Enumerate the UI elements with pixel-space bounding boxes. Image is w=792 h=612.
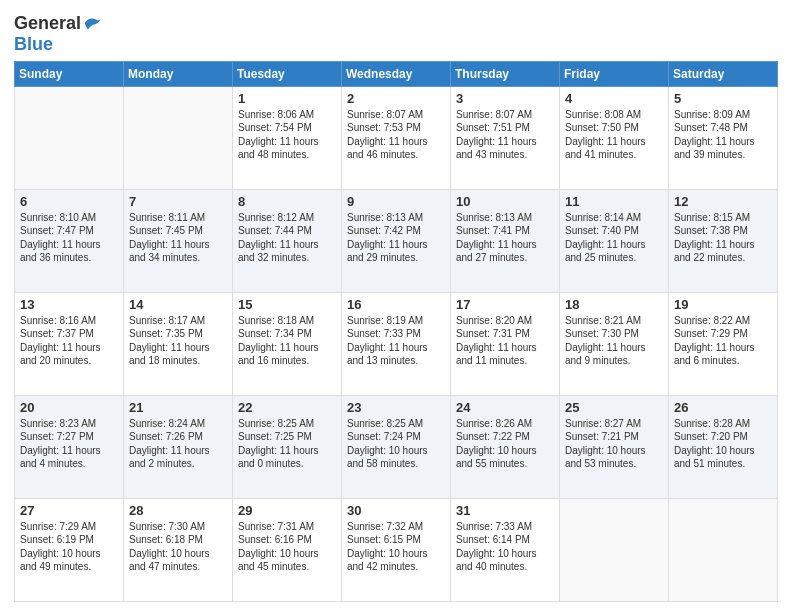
calendar-header-cell: Monday [124,61,233,86]
day-number: 27 [20,503,118,518]
day-number: 18 [565,297,663,312]
logo: General Blue [14,14,103,55]
calendar-cell: 10Sunrise: 8:13 AM Sunset: 7:41 PM Dayli… [451,189,560,292]
calendar-cell: 4Sunrise: 8:08 AM Sunset: 7:50 PM Daylig… [560,86,669,189]
cell-content: Sunrise: 8:13 AM Sunset: 7:42 PM Dayligh… [347,211,445,265]
calendar-cell: 28Sunrise: 7:30 AM Sunset: 6:18 PM Dayli… [124,498,233,601]
calendar-cell: 26Sunrise: 8:28 AM Sunset: 7:20 PM Dayli… [669,395,778,498]
calendar-cell [560,498,669,601]
cell-content: Sunrise: 7:33 AM Sunset: 6:14 PM Dayligh… [456,520,554,574]
calendar-week-row: 27Sunrise: 7:29 AM Sunset: 6:19 PM Dayli… [15,498,778,601]
calendar-cell: 15Sunrise: 8:18 AM Sunset: 7:34 PM Dayli… [233,292,342,395]
calendar-week-row: 1Sunrise: 8:06 AM Sunset: 7:54 PM Daylig… [15,86,778,189]
calendar-header-cell: Friday [560,61,669,86]
calendar-cell: 11Sunrise: 8:14 AM Sunset: 7:40 PM Dayli… [560,189,669,292]
cell-content: Sunrise: 8:22 AM Sunset: 7:29 PM Dayligh… [674,314,772,368]
calendar-week-row: 6Sunrise: 8:10 AM Sunset: 7:47 PM Daylig… [15,189,778,292]
cell-content: Sunrise: 7:32 AM Sunset: 6:15 PM Dayligh… [347,520,445,574]
day-number: 10 [456,194,554,209]
cell-content: Sunrise: 8:28 AM Sunset: 7:20 PM Dayligh… [674,417,772,471]
calendar-week-row: 13Sunrise: 8:16 AM Sunset: 7:37 PM Dayli… [15,292,778,395]
cell-content: Sunrise: 7:31 AM Sunset: 6:16 PM Dayligh… [238,520,336,574]
day-number: 2 [347,91,445,106]
calendar-cell: 27Sunrise: 7:29 AM Sunset: 6:19 PM Dayli… [15,498,124,601]
calendar-cell: 30Sunrise: 7:32 AM Sunset: 6:15 PM Dayli… [342,498,451,601]
calendar-cell: 20Sunrise: 8:23 AM Sunset: 7:27 PM Dayli… [15,395,124,498]
cell-content: Sunrise: 8:16 AM Sunset: 7:37 PM Dayligh… [20,314,118,368]
day-number: 24 [456,400,554,415]
calendar-cell: 5Sunrise: 8:09 AM Sunset: 7:48 PM Daylig… [669,86,778,189]
cell-content: Sunrise: 8:14 AM Sunset: 7:40 PM Dayligh… [565,211,663,265]
day-number: 31 [456,503,554,518]
day-number: 29 [238,503,336,518]
logo-text-general: General [14,14,81,34]
logo-text-blue: Blue [14,35,53,55]
cell-content: Sunrise: 8:13 AM Sunset: 7:41 PM Dayligh… [456,211,554,265]
day-number: 4 [565,91,663,106]
cell-content: Sunrise: 8:10 AM Sunset: 7:47 PM Dayligh… [20,211,118,265]
calendar-cell: 8Sunrise: 8:12 AM Sunset: 7:44 PM Daylig… [233,189,342,292]
cell-content: Sunrise: 8:09 AM Sunset: 7:48 PM Dayligh… [674,108,772,162]
cell-content: Sunrise: 8:12 AM Sunset: 7:44 PM Dayligh… [238,211,336,265]
calendar-cell: 31Sunrise: 7:33 AM Sunset: 6:14 PM Dayli… [451,498,560,601]
cell-content: Sunrise: 8:18 AM Sunset: 7:34 PM Dayligh… [238,314,336,368]
day-number: 5 [674,91,772,106]
cell-content: Sunrise: 8:07 AM Sunset: 7:51 PM Dayligh… [456,108,554,162]
calendar-cell: 17Sunrise: 8:20 AM Sunset: 7:31 PM Dayli… [451,292,560,395]
day-number: 22 [238,400,336,415]
cell-content: Sunrise: 8:24 AM Sunset: 7:26 PM Dayligh… [129,417,227,471]
day-number: 20 [20,400,118,415]
cell-content: Sunrise: 8:25 AM Sunset: 7:24 PM Dayligh… [347,417,445,471]
day-number: 8 [238,194,336,209]
cell-content: Sunrise: 8:17 AM Sunset: 7:35 PM Dayligh… [129,314,227,368]
calendar-cell: 7Sunrise: 8:11 AM Sunset: 7:45 PM Daylig… [124,189,233,292]
day-number: 14 [129,297,227,312]
calendar-header-cell: Saturday [669,61,778,86]
cell-content: Sunrise: 8:11 AM Sunset: 7:45 PM Dayligh… [129,211,227,265]
day-number: 26 [674,400,772,415]
cell-content: Sunrise: 8:25 AM Sunset: 7:25 PM Dayligh… [238,417,336,471]
day-number: 23 [347,400,445,415]
day-number: 19 [674,297,772,312]
calendar-cell: 29Sunrise: 7:31 AM Sunset: 6:16 PM Dayli… [233,498,342,601]
calendar-header-cell: Sunday [15,61,124,86]
day-number: 15 [238,297,336,312]
calendar-header-cell: Tuesday [233,61,342,86]
calendar-header-cell: Thursday [451,61,560,86]
cell-content: Sunrise: 8:20 AM Sunset: 7:31 PM Dayligh… [456,314,554,368]
day-number: 28 [129,503,227,518]
calendar-cell: 21Sunrise: 8:24 AM Sunset: 7:26 PM Dayli… [124,395,233,498]
day-number: 11 [565,194,663,209]
calendar-cell: 14Sunrise: 8:17 AM Sunset: 7:35 PM Dayli… [124,292,233,395]
cell-content: Sunrise: 8:07 AM Sunset: 7:53 PM Dayligh… [347,108,445,162]
page: General Blue SundayMondayTuesdayWednesda… [0,0,792,612]
cell-content: Sunrise: 8:08 AM Sunset: 7:50 PM Dayligh… [565,108,663,162]
cell-content: Sunrise: 7:30 AM Sunset: 6:18 PM Dayligh… [129,520,227,574]
cell-content: Sunrise: 8:19 AM Sunset: 7:33 PM Dayligh… [347,314,445,368]
day-number: 7 [129,194,227,209]
calendar-cell: 1Sunrise: 8:06 AM Sunset: 7:54 PM Daylig… [233,86,342,189]
day-number: 17 [456,297,554,312]
day-number: 25 [565,400,663,415]
calendar-cell: 18Sunrise: 8:21 AM Sunset: 7:30 PM Dayli… [560,292,669,395]
calendar-cell: 23Sunrise: 8:25 AM Sunset: 7:24 PM Dayli… [342,395,451,498]
calendar-cell [124,86,233,189]
day-number: 12 [674,194,772,209]
calendar-cell: 19Sunrise: 8:22 AM Sunset: 7:29 PM Dayli… [669,292,778,395]
calendar-header-row: SundayMondayTuesdayWednesdayThursdayFrid… [15,61,778,86]
cell-content: Sunrise: 8:06 AM Sunset: 7:54 PM Dayligh… [238,108,336,162]
header: General Blue [14,10,778,55]
day-number: 21 [129,400,227,415]
calendar-cell: 25Sunrise: 8:27 AM Sunset: 7:21 PM Dayli… [560,395,669,498]
calendar-cell: 24Sunrise: 8:26 AM Sunset: 7:22 PM Dayli… [451,395,560,498]
logo-bird-icon [83,13,103,33]
cell-content: Sunrise: 8:23 AM Sunset: 7:27 PM Dayligh… [20,417,118,471]
cell-content: Sunrise: 8:15 AM Sunset: 7:38 PM Dayligh… [674,211,772,265]
day-number: 1 [238,91,336,106]
calendar-cell: 12Sunrise: 8:15 AM Sunset: 7:38 PM Dayli… [669,189,778,292]
calendar-header-cell: Wednesday [342,61,451,86]
calendar-cell: 16Sunrise: 8:19 AM Sunset: 7:33 PM Dayli… [342,292,451,395]
day-number: 9 [347,194,445,209]
cell-content: Sunrise: 8:26 AM Sunset: 7:22 PM Dayligh… [456,417,554,471]
day-number: 30 [347,503,445,518]
